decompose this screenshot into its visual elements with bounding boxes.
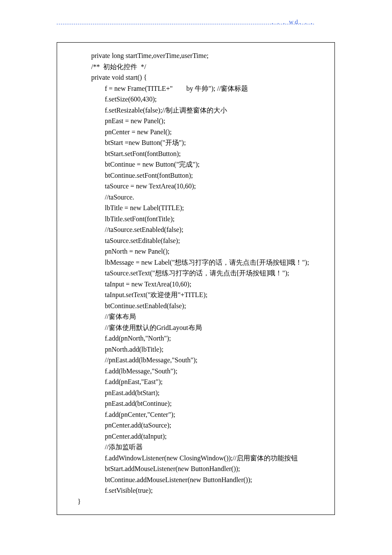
code-line: lbTitle.setFont(fontTitle); [78, 214, 330, 225]
code-container: private long startTime,overTime,userTime… [57, 42, 335, 515]
code-line: btStart.setFont(fontButton); [78, 148, 330, 159]
code-line: pnNorth.add(lbTitle); [78, 344, 330, 355]
code-line: pnCenter.add(taSource); [78, 420, 330, 431]
code-line: btStart =new Button("开场"); [78, 137, 330, 148]
code-line: f.add(pnNorth,"North"); [78, 333, 330, 344]
code-line: /** 初始化控件 */ [78, 61, 330, 72]
code-line: lbMessage = new Label("想练习打字的话，请先点击[开场按钮… [78, 257, 330, 268]
code-line: f.add(lbMessage,"South"); [78, 366, 330, 377]
code-line: private void start() { [78, 72, 330, 83]
code-line: //taSource.setEnabled(false); [78, 224, 330, 235]
code-line: } [78, 496, 330, 507]
code-line: btContinue.setFont(fontButton); [78, 170, 330, 181]
code-line: //pnEast.add(lbMessage,"South"); [78, 355, 330, 366]
code-line: lbTitle = new Label(TITLE); [78, 202, 330, 214]
code-line: //添加监听器 [78, 442, 330, 453]
code-line: btContinue.addMouseListener(new ButtonHa… [78, 474, 330, 486]
code-line: f.setResizable(false);//制止调整窗体的大小 [78, 105, 330, 116]
code-line: taSource.setEditable(false); [78, 235, 330, 246]
code-line: f.addWindowListener(new ClosingWindow())… [78, 453, 330, 464]
code-line: pnCenter.add(taInput); [78, 431, 330, 442]
code-line: pnCenter = new Panel(); [78, 127, 330, 138]
code-line: taSource.setText("想练习打字的话，请先点击[开场按钮]哦！")… [78, 268, 330, 279]
code-line: //窗体使用默认的GridLayout布局 [78, 322, 330, 333]
code-line: btContinue.setEnabled(false); [78, 301, 330, 312]
code-line: //taSource. [78, 192, 330, 203]
code-line: btContinue = new Button("完成"); [78, 159, 330, 170]
code-line: taInput.setText("欢迎使用"+TITLE); [78, 289, 330, 301]
code-content: private long startTime,overTime,userTime… [78, 50, 330, 507]
code-line: taInput = new TextArea(10,60); [78, 279, 330, 290]
code-line: pnNorth = new Panel(); [78, 246, 330, 257]
code-line: pnEast = new Panel(); [78, 116, 330, 127]
header-watermark: . . . wd. . . [271, 18, 314, 26]
code-line: pnEast.add(btStart); [78, 387, 330, 399]
code-line: taSource = new TextArea(10,60); [78, 181, 330, 192]
code-line: f.setVisible(true); [78, 485, 330, 496]
code-line: //窗体布局 [78, 311, 330, 322]
code-line: f.add(pnEast,"East"); [78, 376, 330, 387]
code-line: f = new Frame(TITLE+" by 牛帅"); //窗体标题 [78, 83, 330, 94]
code-line: f.setSize(600,430); [78, 94, 330, 105]
code-line: btStart.addMouseListener(new ButtonHandl… [78, 463, 330, 474]
code-line: f.add(pnCenter,"Center"); [78, 409, 330, 420]
code-line: pnEast.add(btContinue); [78, 398, 330, 409]
code-line: private long startTime,overTime,userTime… [78, 50, 330, 61]
